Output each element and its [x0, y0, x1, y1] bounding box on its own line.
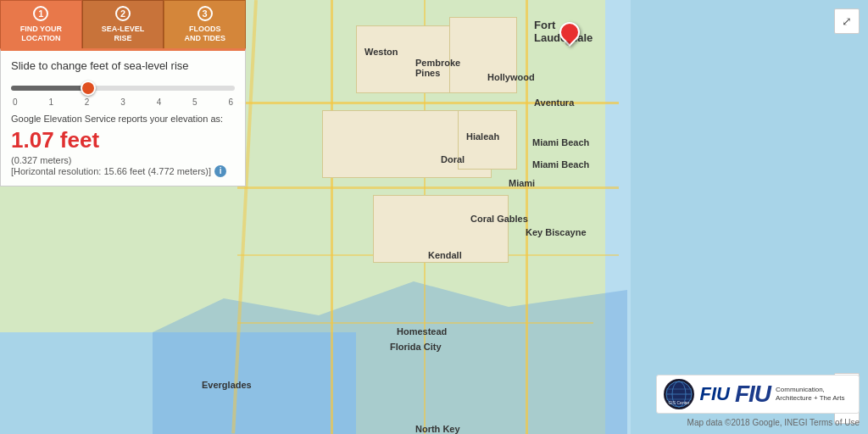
slider-label: Slide to change feet of sea-level rise [11, 59, 235, 72]
tab-floods-tides[interactable]: 3 FLOODSAND TIDES [164, 0, 246, 48]
fiu-logo-bar: GIS Center FIU FIU Communication, Archit… [656, 375, 860, 414]
city-label-everglades: Everglades [202, 380, 252, 390]
city-label-miami-beach-1: Miami Beach [532, 137, 589, 147]
fiu-text-2: FIU [735, 381, 771, 408]
slider-ticks: 0 1 2 3 4 5 6 [11, 97, 235, 107]
tab-1-number: 1 [33, 6, 48, 21]
step-tabs: 1 FIND YOURLOCATION 2 SEA-LEVELRISE 3 FL… [0, 0, 246, 48]
expand-button[interactable]: ⤢ [834, 8, 860, 34]
info-panel: Slide to change feet of sea-level rise 0… [0, 48, 246, 186]
tick-0: 0 [13, 97, 18, 107]
sea-level-slider[interactable] [11, 86, 235, 91]
map-attribution: Map data ©2018 Google, INEGI Terms of Us… [687, 418, 860, 427]
elevation-resolution: [Horizontal resolution: 15.66 feet (4.77… [11, 165, 235, 177]
city-label-hialeah: Hialeah [466, 131, 499, 142]
city-label-miami: Miami [509, 178, 535, 188]
road-vertical-1 [331, 0, 333, 434]
city-label-homestead: Homestead [397, 326, 447, 337]
city-label-florida-city: Florida City [390, 342, 442, 352]
fiu-department: Communication, Architecture + The Arts [776, 386, 852, 403]
city-label-north-key: North Key [415, 424, 460, 434]
city-label-weston: Weston [364, 47, 398, 57]
city-label-aventura: Aventura [534, 97, 574, 108]
city-label-miami-beach-2: Miami Beach [532, 159, 589, 170]
road-horizontal-2 [237, 186, 619, 189]
tab-3-number: 3 [198, 6, 213, 21]
city-label-hollywood: Hollywood [487, 72, 535, 82]
city-label-doral: Doral [441, 154, 465, 164]
tick-6: 6 [228, 97, 233, 107]
tab-find-location[interactable]: 1 FIND YOURLOCATION [0, 0, 82, 48]
fiu-globe-icon: GIS Center [664, 379, 694, 409]
tick-2: 2 [85, 97, 90, 107]
city-label-key-biscayne: Key Biscayne [526, 227, 587, 237]
tab-sea-level[interactable]: 2 SEA-LEVELRISE [82, 0, 164, 48]
info-icon[interactable]: i [214, 165, 226, 177]
slider-container [11, 79, 235, 94]
tab-2-label: SEA-LEVELRISE [102, 25, 145, 43]
city-label-coral-gables: Coral Gables [470, 214, 528, 224]
city-label-kendall: Kendall [428, 250, 462, 260]
elevation-meters: (0.327 meters) [11, 155, 235, 165]
ocean-water [631, 0, 868, 434]
tick-4: 4 [157, 97, 162, 107]
tab-1-label: FIND YOURLOCATION [20, 25, 62, 43]
city-label-pembroke: PembrokePines [415, 58, 460, 78]
fiu-text-1: FIU [699, 383, 729, 405]
left-panel: 1 FIND YOURLOCATION 2 SEA-LEVELRISE 3 FL… [0, 0, 246, 186]
tab-3-label: FLOODSAND TIDES [184, 25, 225, 43]
tick-5: 5 [192, 97, 198, 107]
elevation-title: Google Elevation Service reports your el… [11, 114, 235, 124]
tick-1: 1 [48, 97, 53, 107]
map-marker [559, 22, 576, 46]
svg-text:GIS Center: GIS Center [669, 400, 690, 405]
tick-3: 3 [120, 97, 125, 107]
road-horizontal-4 [237, 322, 593, 324]
elevation-feet: 1.07 feet [11, 127, 235, 153]
tab-2-number: 2 [115, 6, 131, 21]
